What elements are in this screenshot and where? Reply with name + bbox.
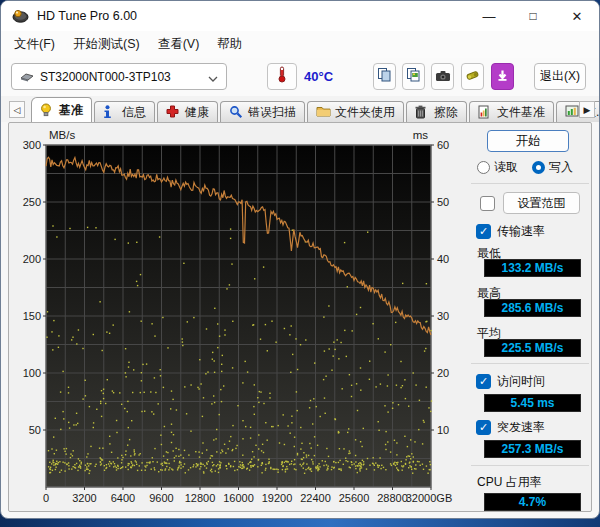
app-logo-icon	[12, 9, 29, 23]
benchmark-controls-panel: 开始 读取 写入 设置范围 ✓ 传输速率 最低	[467, 123, 595, 511]
copy-icon	[377, 67, 392, 86]
tab-scroll-right-button[interactable]: ▶	[579, 101, 595, 118]
window-title: HD Tune Pro 6.00	[37, 9, 137, 23]
tab-0[interactable]: 基准	[31, 97, 92, 122]
benchmark-pane: MB/sms3002502001501005060504030201003200…	[8, 122, 592, 512]
scan-icon	[229, 105, 244, 119]
set-range-button[interactable]: 设置范围	[503, 192, 580, 214]
camera-icon	[435, 68, 451, 86]
thermometer-icon	[277, 66, 287, 87]
drive-selector[interactable]: ST32000NT000-3TP103	[11, 63, 227, 90]
tab-2[interactable]: 健康	[157, 101, 218, 122]
access-time-label: 访问时间	[497, 373, 545, 390]
read-radio-label: 读取	[494, 159, 518, 176]
start-button[interactable]: 开始	[487, 130, 569, 152]
set-range-checkbox[interactable]	[480, 196, 495, 211]
toolbar: ST32000NT000-3TP103 40°C 退出(X)	[1, 58, 599, 96]
tab-6[interactable]: 文件基准	[469, 101, 554, 122]
folder-icon	[316, 105, 331, 119]
tab-strip: ◁ 基准信息健康错误扫描文件夹使用擦除文件基准监.. ▶	[1, 96, 599, 122]
tab-5[interactable]: 擦除	[406, 101, 467, 122]
svg-text:150: 150	[23, 310, 41, 322]
access-time-checkbox[interactable]: ✓	[476, 374, 491, 389]
burst-rate-value: 257.3 MB/s	[484, 440, 581, 458]
tab-label: 错误扫描	[248, 104, 296, 121]
close-button[interactable]: ✕	[555, 1, 599, 31]
svg-text:3200: 3200	[72, 492, 96, 504]
download-icon	[496, 68, 509, 86]
separator	[471, 183, 589, 184]
avg-value: 225.5 MB/s	[484, 339, 581, 357]
svg-text:60: 60	[437, 139, 449, 151]
svg-text:6400: 6400	[111, 492, 135, 504]
svg-text:250: 250	[23, 196, 41, 208]
minimize-button[interactable]: —	[467, 1, 511, 31]
write-radio-circle[interactable]	[532, 161, 545, 174]
svg-text:30: 30	[437, 310, 449, 322]
monitor-icon	[565, 105, 580, 119]
download-button[interactable]	[491, 63, 514, 90]
mode-radio-group: 读取 写入	[477, 159, 573, 176]
tab-label: 文件基准	[497, 104, 545, 121]
separator	[471, 363, 589, 364]
disk-icon	[20, 68, 34, 86]
exit-button[interactable]: 退出(X)	[534, 63, 586, 90]
transfer-rate-row: ✓ 传输速率	[476, 223, 545, 240]
benchmark-chart: MB/sms3002502001501005060504030201003200…	[21, 125, 466, 513]
tab-label: 文件夹使用	[335, 104, 395, 121]
copy-text-button[interactable]	[373, 63, 396, 90]
menu-item-3[interactable]: 帮助	[208, 32, 251, 57]
svg-text:32000GB: 32000GB	[406, 492, 452, 504]
svg-text:12800: 12800	[185, 492, 216, 504]
window-controls: —□✕	[467, 1, 599, 31]
svg-text:MB/s: MB/s	[49, 129, 75, 141]
read-radio-circle[interactable]	[477, 161, 490, 174]
temperature-button[interactable]	[267, 63, 297, 90]
erase-icon	[415, 105, 430, 119]
info-icon	[103, 105, 118, 119]
tab-4[interactable]: 文件夹使用	[307, 101, 404, 122]
menu-item-2[interactable]: 查看(V)	[149, 32, 209, 57]
menu-item-0[interactable]: 文件(F)	[5, 32, 64, 57]
separator	[471, 465, 589, 466]
tab-3[interactable]: 错误扫描	[220, 101, 305, 122]
min-value: 133.2 MB/s	[484, 259, 581, 277]
svg-text:100: 100	[23, 367, 41, 379]
save-icon	[465, 68, 480, 86]
title-bar: HD Tune Pro 6.00 —□✕	[1, 1, 599, 31]
bulb-icon	[40, 103, 55, 117]
read-radio[interactable]: 读取	[477, 159, 518, 176]
set-range-row: 设置范围	[480, 192, 580, 214]
write-radio[interactable]: 写入	[532, 159, 573, 176]
svg-text:200: 200	[23, 253, 41, 265]
burst-rate-checkbox[interactable]: ✓	[476, 420, 491, 435]
svg-text:28800: 28800	[377, 492, 408, 504]
write-radio-label: 写入	[549, 159, 573, 176]
file-benchmark-icon	[478, 105, 493, 119]
svg-text:10: 10	[437, 424, 449, 436]
tab-1[interactable]: 信息	[94, 101, 155, 122]
copy-image-button[interactable]	[402, 63, 425, 90]
svg-text:40: 40	[437, 253, 449, 265]
tab-label: 基准	[59, 102, 83, 119]
app-window: HD Tune Pro 6.00 —□✕ 文件(F)开始测试(S)查看(V)帮助…	[0, 0, 600, 519]
maximize-button[interactable]: □	[511, 1, 555, 31]
svg-text:50: 50	[29, 424, 41, 436]
cpu-usage-value: 4.7%	[484, 493, 581, 511]
menu-bar: 文件(F)开始测试(S)查看(V)帮助	[1, 31, 599, 58]
svg-text:9600: 9600	[149, 492, 173, 504]
menu-item-1[interactable]: 开始测试(S)	[64, 32, 149, 57]
screenshot-button[interactable]	[431, 63, 454, 90]
svg-text:16000: 16000	[223, 492, 254, 504]
tab-label: 信息	[122, 104, 146, 121]
svg-text:20: 20	[437, 367, 449, 379]
health-icon	[166, 105, 181, 119]
chevron-down-icon	[208, 68, 218, 86]
tab-scroll-left-button[interactable]: ◁	[9, 101, 25, 118]
save-button[interactable]	[461, 63, 484, 90]
svg-text:22400: 22400	[300, 492, 331, 504]
access-time-row: ✓ 访问时间	[476, 373, 545, 390]
svg-text:300: 300	[23, 139, 41, 151]
svg-text:25600: 25600	[339, 492, 370, 504]
transfer-rate-checkbox[interactable]: ✓	[476, 224, 491, 239]
